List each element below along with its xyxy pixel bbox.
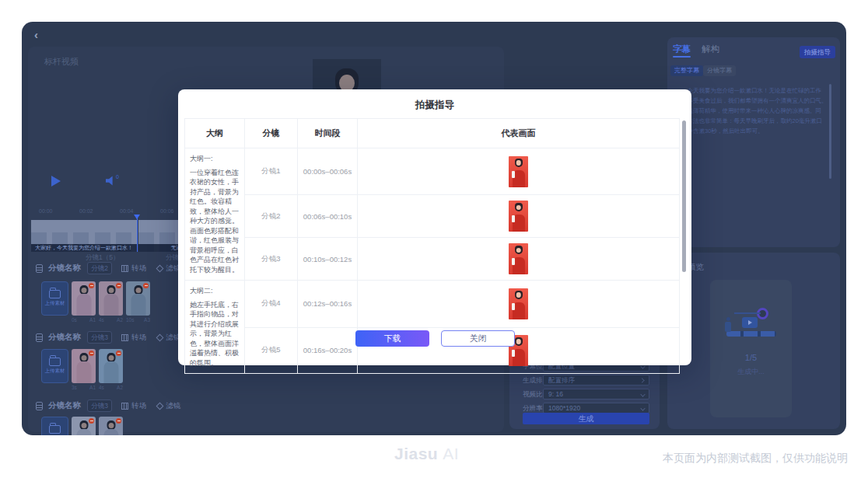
frame-cell: [358, 148, 680, 195]
delete-clip-icon[interactable]: [116, 418, 121, 424]
brand-suffix: AI: [443, 445, 459, 462]
setting-value: 1080*1920: [548, 404, 580, 412]
clip-thumbnail[interactable]: 0sA1: [72, 281, 96, 323]
clip-thumbnail[interactable]: 3sA1: [72, 349, 96, 390]
panel-scrollbar[interactable]: [829, 84, 831, 179]
timeline-tick: 00:00: [39, 208, 53, 214]
modal-title: 拍摄指导: [178, 99, 691, 112]
representative-frame-image: [509, 201, 528, 232]
chevron-right-icon: [639, 378, 644, 382]
filter-icon: [156, 402, 164, 410]
upload-material-button[interactable]: 上传素材: [41, 349, 68, 383]
section-name-label: 分镜名称: [48, 400, 81, 411]
delete-clip-icon[interactable]: [116, 351, 121, 356]
section-name-input[interactable]: 分镜3: [87, 400, 112, 412]
play-icon[interactable]: [51, 176, 61, 187]
setting-select-resolution[interactable]: 1080*1920: [543, 403, 649, 413]
shooting-guide-button[interactable]: 拍摄指导: [800, 46, 835, 58]
storyboard-section-header: 分镜名称 分镜2 转场 滤镜: [36, 261, 180, 275]
outline-cell: 大纲一: 一位穿着红色连衣裙的女性，手持产品，背景为红色。妆容精致，整体给人一种…: [185, 148, 245, 281]
generation-status: 生成中...: [710, 367, 792, 377]
clip-thumbnail[interactable]: 4sA2: [99, 281, 123, 323]
delete-clip-icon[interactable]: [143, 283, 149, 288]
subtitle-text-block: ，今天我要为您介绍一款漱口水！无论是在忙碌的工作 是享受美食过后，我们都希望拥有…: [681, 85, 829, 136]
clip-duration: 3s: [72, 385, 77, 390]
clip-thumbnail[interactable]: [99, 417, 123, 435]
shot-cell: 分镜1: [245, 148, 298, 195]
tab-deconstruct[interactable]: 解构: [702, 44, 719, 55]
back-icon[interactable]: ‹: [34, 28, 38, 41]
document-icon: [36, 402, 43, 410]
time-cell: 00:10s–00:12s: [298, 238, 358, 281]
clip-tag: A2: [117, 317, 123, 323]
storyboard-section-header: 分镜名称 分镜3 转场 滤镜: [36, 399, 180, 413]
shot-cell: 分镜5: [245, 327, 298, 373]
delete-clip-icon[interactable]: [116, 283, 121, 288]
clip-tag: A1: [89, 385, 96, 390]
footer-note: 本页面为内部测试截图，仅供功能说明: [663, 452, 848, 466]
generation-progress: 1/5: [710, 353, 792, 362]
outline-body: 一位穿着红色连衣裙的女性，手持产品，背景为红色。妆容精致，整体给人一种大方的感觉…: [190, 168, 240, 275]
upload-material-button[interactable]: 上传素材: [41, 281, 68, 316]
close-button[interactable]: 关闭: [441, 330, 515, 347]
section-clips-row: 上传素材 3sA1 4sA2: [41, 349, 123, 390]
section-name-label: 分镜名称: [48, 332, 81, 343]
chevron-down-icon: [640, 392, 645, 396]
timeline-segment-1[interactable]: 大家好，今天我要为您介绍一款漱口水！: [31, 220, 137, 252]
transition-button[interactable]: 转场: [131, 333, 146, 343]
volume-value: 0: [116, 174, 119, 180]
table-row: 大纲二: 她左手托底，右手指向物品，对其进行介绍或展示，背景为红色，整体画面洋溢…: [185, 281, 680, 328]
subtitle-line: 天然薄荷精华，使用时带来一种沁人心脾的凉爽感。同: [681, 106, 829, 116]
shooting-guide-modal: 拍摄指导 大纲 分镜 时间段 代表画面 大纲一: 一位穿着红色连衣裙的女性，手持…: [178, 89, 691, 365]
benchmark-video-label: 标杆视频: [44, 56, 79, 68]
representative-frame-image: [509, 288, 528, 319]
setting-select-video-ratio[interactable]: 9: 16: [543, 389, 649, 400]
representative-frame-image: [509, 243, 528, 274]
guide-table: 大纲 分镜 时间段 代表画面 大纲一: 一位穿着红色连衣裙的女性，手持产品，背景…: [184, 118, 680, 374]
chevron-down-icon: [640, 406, 645, 410]
pill-full-subtitles[interactable]: 完整字幕: [670, 65, 703, 76]
outline-cell: 大纲二: 她左手托底，右手指向物品，对其进行介绍或展示，背景为红色，整体画面洋溢…: [185, 281, 245, 374]
transition-button[interactable]: 转场: [131, 401, 146, 411]
outline-heading: 大纲二:: [190, 286, 240, 296]
outline-body: 她左手托底，右手指向物品，对其进行介绍或展示，背景为红色，整体画面洋溢着热情、积…: [190, 300, 240, 368]
frame-cell: [358, 195, 680, 238]
playhead-line: [137, 218, 138, 252]
time-cell: 00:00s–00:06s: [298, 148, 358, 195]
transition-button[interactable]: 转场: [131, 263, 146, 274]
setting-select-generation-order[interactable]: 配置排序: [543, 375, 649, 386]
person-figure-body: [725, 322, 731, 332]
clip-thumbnail[interactable]: 10sA3: [126, 281, 150, 323]
clip-thumbnail[interactable]: 4sA2: [99, 349, 123, 390]
section-clips-row: 上传素材: [41, 417, 123, 435]
setting-value: 9: 16: [548, 390, 563, 398]
modal-scrollbar[interactable]: [682, 120, 686, 272]
subtitle-line: 是享受美食过后，我们都希望拥有一个清爽宜人的口气。: [681, 96, 829, 106]
shot-cell: 分镜2: [245, 195, 298, 238]
timeline-tick: 00:02: [79, 208, 93, 214]
delete-clip-icon[interactable]: [89, 418, 94, 424]
clip-thumbnail[interactable]: [72, 417, 96, 435]
clip-tag: A1: [89, 317, 96, 323]
delete-clip-icon[interactable]: [89, 283, 94, 288]
section-clips-row: 上传素材 0sA1 4sA2 10sA3: [41, 281, 150, 323]
download-button[interactable]: 下载: [355, 330, 429, 347]
pill-shot-subtitles[interactable]: 分镜字幕: [703, 65, 736, 76]
delete-clip-icon[interactable]: [89, 351, 94, 356]
section-name-input[interactable]: 分镜2: [87, 262, 112, 274]
upload-label: 上传素材: [45, 300, 65, 307]
table-row: 分镜3 00:10s–00:12s: [185, 238, 680, 281]
tab-subtitles[interactable]: 字幕: [673, 44, 691, 55]
clip-tag: A3: [144, 317, 150, 323]
filter-button[interactable]: 滤镜: [166, 401, 180, 411]
time-cell: 00:06s–00:10s: [298, 195, 358, 238]
clip-duration: 10s: [126, 317, 134, 323]
transition-icon: [121, 403, 128, 410]
section-name-input[interactable]: 分镜3: [87, 331, 112, 344]
generate-button[interactable]: 生成: [523, 413, 649, 424]
upload-material-button[interactable]: 上传素材: [41, 417, 68, 435]
time-cell: 00:16s–00:20s: [298, 327, 358, 373]
brand-name: Jiasu: [394, 445, 438, 462]
filter-icon: [156, 264, 164, 272]
section-name-label: 分镜名称: [48, 263, 81, 274]
